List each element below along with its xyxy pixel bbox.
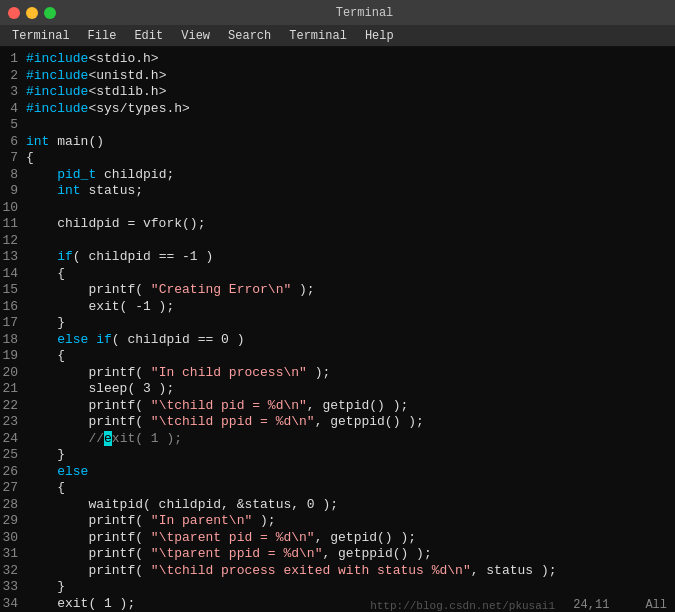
code-line: 2 #include<unistd.h>: [0, 68, 675, 85]
line-content: sleep( 3 );: [26, 381, 174, 398]
code-line: 11 childpid = vfork();: [0, 216, 675, 233]
menu-view[interactable]: View: [173, 27, 218, 45]
line-num: 23: [0, 414, 26, 431]
code-line: 24 //exit( 1 );: [0, 431, 675, 448]
line-num: 20: [0, 365, 26, 382]
line-content: exit( -1 );: [26, 299, 174, 316]
line-content: }: [26, 447, 65, 464]
line-num: 6: [0, 134, 26, 151]
line-content: printf( "\tchild process exited with sta…: [26, 563, 557, 580]
line-num: 18: [0, 332, 26, 349]
line-num: 21: [0, 381, 26, 398]
menu-terminal[interactable]: Terminal: [4, 27, 78, 45]
code-line: 18 else if( childpid == 0 ): [0, 332, 675, 349]
line-content: #include<stdlib.h>: [26, 84, 166, 101]
watermark: http://blog.csdn.net/pkusai1: [370, 600, 555, 612]
menu-help[interactable]: Help: [357, 27, 402, 45]
line-content: int main(): [26, 134, 104, 151]
line-num: 8: [0, 167, 26, 184]
menu-bar: Terminal File Edit View Search Terminal …: [0, 25, 675, 47]
line-content: printf( "\tchild pid = %d\n", getpid() )…: [26, 398, 408, 415]
code-line: 23 printf( "\tchild ppid = %d\n", getppi…: [0, 414, 675, 431]
min-btn[interactable]: [26, 7, 38, 19]
line-content: exit( 1 );: [26, 596, 135, 613]
code-line: 15 printf( "Creating Error\n" );: [0, 282, 675, 299]
line-content: printf( "\tchild ppid = %d\n", getppid()…: [26, 414, 424, 431]
line-content: #include<sys/types.h>: [26, 101, 190, 118]
line-num: 25: [0, 447, 26, 464]
line-content: }: [26, 579, 65, 596]
menu-terminal2[interactable]: Terminal: [281, 27, 355, 45]
line-num: 14: [0, 266, 26, 283]
line-content: {: [26, 150, 34, 167]
line-content: {: [26, 266, 65, 283]
scroll-mode: All: [645, 598, 667, 612]
line-num: 4: [0, 101, 26, 118]
line-content: {: [26, 480, 65, 497]
code-line: 20 printf( "In child process\n" );: [0, 365, 675, 382]
code-line: 31 printf( "\tparent ppid = %d\n", getpp…: [0, 546, 675, 563]
line-content: printf( "Creating Error\n" );: [26, 282, 315, 299]
code-line: 13 if( childpid == -1 ): [0, 249, 675, 266]
menu-file[interactable]: File: [80, 27, 125, 45]
line-content: #include<stdio.h>: [26, 51, 159, 68]
line-num: 24: [0, 431, 26, 448]
line-num: 10: [0, 200, 26, 217]
line-content: [26, 117, 34, 134]
max-btn[interactable]: [44, 7, 56, 19]
code-line: 12: [0, 233, 675, 250]
code-line: 10: [0, 200, 675, 217]
line-content: childpid = vfork();: [26, 216, 205, 233]
line-content: printf( "In child process\n" );: [26, 365, 330, 382]
code-line: 17 }: [0, 315, 675, 332]
line-num: 26: [0, 464, 26, 481]
line-content: pid_t childpid;: [26, 167, 174, 184]
code-line: 32 printf( "\tchild process exited with …: [0, 563, 675, 580]
menu-edit[interactable]: Edit: [126, 27, 171, 45]
code-line: 28 waitpid( childpid, &status, 0 );: [0, 497, 675, 514]
line-num: 5: [0, 117, 26, 134]
line-content: printf( "\tparent ppid = %d\n", getppid(…: [26, 546, 432, 563]
line-num: 15: [0, 282, 26, 299]
title-bar: Terminal: [0, 0, 675, 25]
line-num: 29: [0, 513, 26, 530]
code-line: 25 }: [0, 447, 675, 464]
line-num: 12: [0, 233, 26, 250]
code-line: 9 int status;: [0, 183, 675, 200]
menu-search[interactable]: Search: [220, 27, 279, 45]
close-btn[interactable]: [8, 7, 20, 19]
line-num: 33: [0, 579, 26, 596]
line-num: 7: [0, 150, 26, 167]
code-line: 14 {: [0, 266, 675, 283]
line-content: [26, 233, 34, 250]
line-num: 9: [0, 183, 26, 200]
line-num: 30: [0, 530, 26, 547]
line-content: printf( "In parent\n" );: [26, 513, 276, 530]
code-line: 8 pid_t childpid;: [0, 167, 675, 184]
code-line: 33 }: [0, 579, 675, 596]
line-content: #include<unistd.h>: [26, 68, 166, 85]
line-content: [26, 200, 34, 217]
line-num: 28: [0, 497, 26, 514]
line-content: else: [26, 464, 88, 481]
line-content: waitpid( childpid, &status, 0 );: [26, 497, 338, 514]
code-line: 30 printf( "\tparent pid = %d\n", getpid…: [0, 530, 675, 547]
line-num: 34: [0, 596, 26, 613]
line-num: 16: [0, 299, 26, 316]
line-content: printf( "\tparent pid = %d\n", getpid() …: [26, 530, 416, 547]
line-num: 31: [0, 546, 26, 563]
line-num: 17: [0, 315, 26, 332]
code-line: 5: [0, 117, 675, 134]
terminal-body: 1 #include<stdio.h> 2 #include<unistd.h>…: [0, 47, 675, 612]
line-content: else if( childpid == 0 ): [26, 332, 244, 349]
code-line: 21 sleep( 3 );: [0, 381, 675, 398]
line-num: 2: [0, 68, 26, 85]
code-area: 1 #include<stdio.h> 2 #include<unistd.h>…: [0, 51, 675, 612]
code-line: 7 {: [0, 150, 675, 167]
code-line: 26 else: [0, 464, 675, 481]
line-num: 13: [0, 249, 26, 266]
code-line: 6 int main(): [0, 134, 675, 151]
line-content: }: [26, 315, 65, 332]
line-num: 22: [0, 398, 26, 415]
window-title: Terminal: [62, 6, 667, 20]
